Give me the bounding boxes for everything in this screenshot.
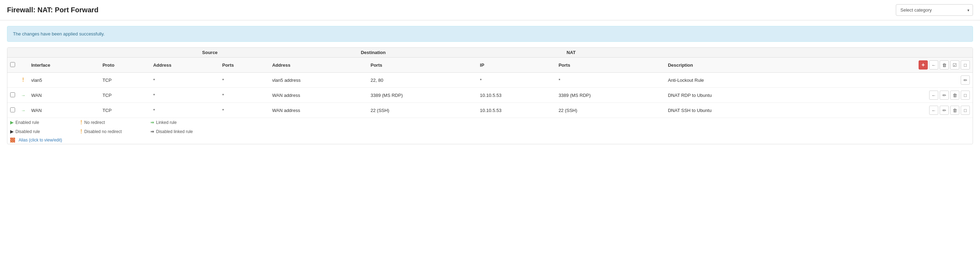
row1-edit-button[interactable]: ✏ bbox=[961, 75, 970, 84]
page-title: Firewall: NAT: Port Forward bbox=[7, 6, 99, 14]
alias-icon bbox=[10, 138, 15, 142]
row2-dest-address: WAN address bbox=[269, 88, 368, 103]
row2-description: DNAT RDP to Ubuntu bbox=[665, 88, 808, 103]
row3-source-ports: * bbox=[220, 103, 269, 118]
legend-no-redirect-label: No redirect bbox=[84, 120, 105, 125]
disabled-no-redirect-icon: ! bbox=[80, 129, 82, 135]
col-header-icon bbox=[18, 57, 29, 73]
col-header-nat-ports: Ports bbox=[555, 57, 665, 73]
col-header-source-address: Address bbox=[151, 57, 220, 73]
row2-proto: TCP bbox=[100, 88, 151, 103]
table-row: → WAN TCP * * WAN address 3389 (MS RDP) … bbox=[7, 88, 973, 103]
row1-source-address: * bbox=[151, 73, 220, 88]
row2-source-address: * bbox=[151, 88, 220, 103]
col-header-dest-address: Address bbox=[269, 57, 368, 73]
row2-delete-button[interactable]: 🗑 bbox=[950, 91, 959, 100]
table-row: ! vlan5 TCP * * vlan5 address 22, 80 * *… bbox=[7, 73, 973, 88]
legend-enabled-label: Enabled rule bbox=[16, 120, 39, 125]
legend-linked-rule: ⇒ Linked rule bbox=[151, 120, 207, 125]
row1-interface: vlan5 bbox=[29, 73, 100, 88]
col-header-actions: + ← 🗑 ☑ □ bbox=[808, 57, 973, 73]
group-header-source: Source bbox=[151, 48, 269, 57]
legend-disabled-linked: ⇒ Disabled linked rule bbox=[151, 129, 207, 134]
back-button-header[interactable]: ← bbox=[929, 61, 938, 70]
col-header-source-ports: Ports bbox=[220, 57, 269, 73]
legend-enabled-rule: ▶ Enabled rule bbox=[10, 120, 66, 125]
row3-dest-ports: 22 (SSH) bbox=[368, 103, 477, 118]
legend-disabled-rule: ▶ Disabled rule bbox=[10, 129, 66, 134]
row2-nat-ports: 3389 (MS RDP) bbox=[555, 88, 665, 103]
row2-back-button[interactable]: ← bbox=[929, 91, 938, 100]
enabled-rule-icon: ▶ bbox=[10, 120, 13, 125]
row1-nat-ip: * bbox=[477, 73, 555, 88]
table-row: → WAN TCP * * WAN address 22 (SSH) 10.10… bbox=[7, 103, 973, 118]
row2-interface: WAN bbox=[29, 88, 100, 103]
row2-copy-button[interactable]: □ bbox=[961, 91, 970, 100]
col-header-interface: Interface bbox=[29, 57, 100, 73]
row3-back-button[interactable]: ← bbox=[929, 106, 938, 115]
row2-edit-button[interactable]: ✏ bbox=[940, 91, 949, 100]
table-body: ! vlan5 TCP * * vlan5 address 22, 80 * *… bbox=[7, 73, 973, 144]
copy-button-header[interactable]: □ bbox=[961, 61, 970, 70]
row2-checkbox[interactable] bbox=[10, 92, 15, 97]
row3-status-icon: → bbox=[18, 103, 29, 118]
row2-actions: ← ✏ 🗑 □ bbox=[808, 88, 973, 103]
row2-source-ports: * bbox=[220, 88, 269, 103]
group-header-nat: NAT bbox=[477, 48, 665, 57]
col-header-proto: Proto bbox=[100, 57, 151, 73]
legend-row-2: ▶ Disabled rule ! Disabled no redirect ⇒… bbox=[7, 127, 973, 136]
disabled-rule-icon: ▶ bbox=[10, 129, 13, 134]
row3-source-address: * bbox=[151, 103, 220, 118]
legend-disabled-no-redirect-label: Disabled no redirect bbox=[84, 129, 122, 134]
col-header-nat-ip: IP bbox=[477, 57, 555, 73]
row3-checkbox-cell bbox=[7, 103, 18, 118]
row3-proto: TCP bbox=[100, 103, 151, 118]
row1-nat-ports: * bbox=[555, 73, 665, 88]
delete-button-header[interactable]: 🗑 bbox=[940, 61, 949, 70]
row3-delete-button[interactable]: 🗑 bbox=[950, 106, 959, 115]
add-button[interactable]: + bbox=[919, 61, 928, 70]
row3-checkbox[interactable] bbox=[10, 107, 15, 112]
legend-cell-1: ▶ Enabled rule ! No redirect ⇒ Linked ru… bbox=[7, 118, 973, 128]
group-header-row: Source Destination NAT bbox=[7, 48, 973, 57]
success-alert: The changes have been applied successful… bbox=[7, 26, 973, 42]
col-header-dest-ports: Ports bbox=[368, 57, 477, 73]
row3-interface: WAN bbox=[29, 103, 100, 118]
row1-proto: TCP bbox=[100, 73, 151, 88]
row3-dest-address: WAN address bbox=[269, 103, 368, 118]
linked-rule-icon: ⇒ bbox=[151, 120, 154, 125]
legend-cell-2: ▶ Disabled rule ! Disabled no redirect ⇒… bbox=[7, 127, 973, 136]
legend-no-redirect: ! No redirect bbox=[80, 120, 137, 126]
row1-dest-ports: 22, 80 bbox=[368, 73, 477, 88]
row3-edit-button[interactable]: ✏ bbox=[940, 106, 949, 115]
row1-actions: ✏ bbox=[808, 73, 973, 88]
row3-nat-ip: 10.10.5.53 bbox=[477, 103, 555, 118]
select-all-checkbox[interactable] bbox=[10, 62, 15, 67]
row2-nat-ip: 10.10.5.53 bbox=[477, 88, 555, 103]
port-forward-table: Source Destination NAT Interface Proto A… bbox=[7, 48, 973, 144]
arrow-right-icon: → bbox=[21, 108, 25, 113]
check-button-header[interactable]: ☑ bbox=[950, 61, 959, 70]
row3-actions: ← ✏ 🗑 □ bbox=[808, 103, 973, 118]
legend-disabled-label: Disabled rule bbox=[16, 129, 40, 134]
row3-description: DNAT SSH to Ubuntu bbox=[665, 103, 808, 118]
legend-disabled-linked-label: Disabled linked rule bbox=[156, 129, 193, 134]
row3-nat-ports: 22 (SSH) bbox=[555, 103, 665, 118]
alias-label[interactable]: Alias (click to view/edit) bbox=[19, 138, 62, 142]
select-category-dropdown[interactable]: Select category bbox=[896, 4, 973, 16]
alias-cell: Alias (click to view/edit) bbox=[7, 136, 973, 144]
disabled-linked-icon: ⇒ bbox=[151, 129, 154, 134]
exclamation-icon: ! bbox=[22, 77, 24, 83]
row2-status-icon: → bbox=[18, 88, 29, 103]
col-header-description: Description bbox=[665, 57, 808, 73]
row2-checkbox-cell bbox=[7, 88, 18, 103]
legend-linked-label: Linked rule bbox=[156, 120, 177, 125]
alias-row: Alias (click to view/edit) bbox=[7, 136, 973, 144]
row3-copy-button[interactable]: □ bbox=[961, 106, 970, 115]
col-header-checkbox bbox=[7, 57, 18, 73]
row1-checkbox-cell bbox=[7, 73, 18, 88]
row1-source-ports: * bbox=[220, 73, 269, 88]
legend-disabled-no-redirect: ! Disabled no redirect bbox=[80, 129, 137, 135]
no-redirect-icon: ! bbox=[80, 120, 82, 126]
group-header-actions-empty bbox=[665, 48, 973, 57]
